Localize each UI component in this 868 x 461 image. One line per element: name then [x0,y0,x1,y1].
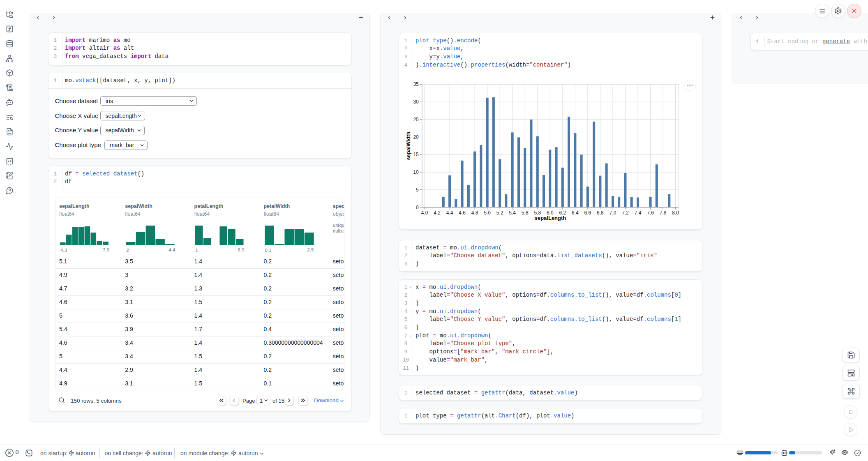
svg-text:4.2: 4.2 [434,210,441,216]
svg-text:7.2: 7.2 [622,210,629,216]
svg-text:6.8: 6.8 [597,210,604,216]
svg-text:15: 15 [413,152,419,157]
svg-text:10: 10 [413,169,419,175]
svg-text:4.6: 4.6 [459,210,466,216]
svg-text:6.4: 6.4 [572,210,579,216]
svg-text:6.6: 6.6 [584,210,591,216]
svg-text:5.6: 5.6 [522,210,529,216]
svg-text:7.0: 7.0 [609,210,616,216]
svg-text:30: 30 [413,99,419,105]
svg-text:5.0: 5.0 [484,210,491,216]
svg-text:20: 20 [413,134,419,140]
svg-text:7.6: 7.6 [647,210,654,216]
svg-text:7.8: 7.8 [660,210,667,216]
svg-text:0: 0 [416,205,419,210]
svg-text:5.2: 5.2 [496,210,503,216]
svg-text:4.8: 4.8 [471,210,478,216]
svg-text:4.0: 4.0 [421,210,428,216]
svg-text:sepalLength: sepalLength [535,215,566,221]
svg-text:25: 25 [413,117,419,122]
svg-text:8.0: 8.0 [672,210,679,216]
svg-text:4.4: 4.4 [446,210,453,216]
svg-text:5.4: 5.4 [509,210,516,216]
svg-text:sepalWidth: sepalWidth [405,131,411,160]
svg-text:5: 5 [416,187,419,193]
svg-text:35: 35 [413,81,419,87]
svg-text:7.4: 7.4 [635,210,642,216]
